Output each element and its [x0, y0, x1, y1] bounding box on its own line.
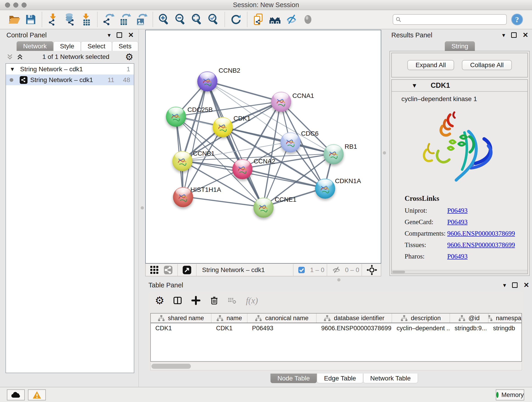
network-node-hist1h1a[interactable]: [173, 187, 193, 207]
zoom-selected-icon[interactable]: [206, 12, 221, 27]
zoom-in-icon[interactable]: [157, 12, 171, 27]
network-canvas[interactable]: CCNB2 CCNA1 CDC25B CDK1 CDC6 RB1 CCNB1 C…: [145, 30, 381, 264]
results-horizontal-scrollbar[interactable]: [392, 270, 527, 274]
left-splitter-handle[interactable]: [141, 206, 144, 210]
export-image-icon[interactable]: [134, 12, 149, 27]
table-panel-close-icon[interactable]: ✕: [524, 282, 529, 288]
save-session-icon[interactable]: [24, 12, 38, 27]
zoom-out-icon[interactable]: [173, 12, 188, 27]
crosslink-compartments-link[interactable]: 9606.ENSP00000378699: [447, 230, 515, 237]
crosslink-pharos-link[interactable]: P06493: [447, 253, 468, 260]
string-view-icon[interactable]: [164, 265, 173, 274]
collapse-all-networks-icon[interactable]: [6, 53, 13, 60]
network-node-ccna1[interactable]: [271, 92, 291, 112]
export-network-icon[interactable]: [101, 12, 116, 27]
cloud-status-button[interactable]: [7, 389, 25, 400]
table-cell[interactable]: CDK1: [211, 323, 247, 333]
collapse-all-button[interactable]: Collapse All: [462, 60, 512, 70]
tab-sets[interactable]: Sets: [112, 41, 138, 51]
open-session-icon[interactable]: [7, 12, 21, 27]
hidden-eye-icon[interactable]: [332, 266, 341, 274]
help-icon[interactable]: ?: [511, 13, 523, 26]
birdseye-view-icon[interactable]: [150, 265, 159, 274]
table-panel-collapse-icon[interactable]: ▾: [503, 282, 506, 288]
add-column-icon[interactable]: [191, 295, 201, 306]
collection-expand-icon[interactable]: ▼: [10, 66, 15, 72]
table-cell[interactable]: stringdb:9...: [450, 323, 488, 333]
delete-column-icon[interactable]: [209, 295, 219, 306]
results-panel-collapse-icon[interactable]: ▾: [502, 32, 505, 38]
network-node-ccne1[interactable]: [253, 198, 273, 218]
hide-selected-icon[interactable]: [284, 12, 298, 27]
table-panel-float-icon[interactable]: [512, 282, 518, 288]
import-network-from-database-icon[interactable]: [63, 12, 77, 27]
table-cell[interactable]: P06493: [247, 323, 317, 333]
refresh-icon[interactable]: [229, 12, 243, 27]
network-node-cdc25b[interactable]: [166, 107, 186, 127]
open-in-new-icon[interactable]: [182, 265, 191, 274]
fit-content-crosshair-icon[interactable]: [367, 265, 377, 275]
tab-string[interactable]: String: [445, 41, 475, 51]
network-row[interactable]: String Network – cdk1 11 48: [6, 75, 134, 85]
tab-style[interactable]: Style: [53, 41, 81, 51]
table-options-gear-icon[interactable]: ⚙: [155, 295, 164, 306]
crosslink-genecard-link[interactable]: P06493: [447, 218, 468, 226]
network-node-cdk1[interactable]: [213, 117, 233, 137]
column-header-description[interactable]: description: [392, 313, 450, 323]
control-panel-close-icon[interactable]: ✕: [128, 32, 134, 38]
network-node-ccnb2[interactable]: [197, 71, 217, 91]
network-node-ccnb1[interactable]: [172, 151, 192, 171]
crosslink-uniprot-link[interactable]: P06493: [447, 207, 468, 214]
network-node-ccna2[interactable]: [232, 159, 253, 179]
first-neighbors-icon[interactable]: [268, 12, 282, 27]
gene-section-header[interactable]: ▼ CDK1: [392, 80, 527, 92]
search-input[interactable]: [401, 15, 506, 24]
warning-status-button[interactable]: [28, 389, 46, 400]
network-options-gear-icon[interactable]: ⚙: [125, 52, 133, 61]
table-cell[interactable]: cyclin–dependent ...: [392, 323, 450, 333]
gene-collapse-icon[interactable]: ▼: [412, 83, 418, 89]
tab-select[interactable]: Select: [81, 41, 112, 51]
column-header-namespace[interactable]: namespace: [488, 313, 522, 323]
crosslink-tissues-link[interactable]: 9606.ENSP00000378699: [447, 241, 515, 249]
tab-network[interactable]: Network: [17, 41, 53, 51]
expand-all-networks-icon[interactable]: [17, 53, 23, 60]
memory-button[interactable]: Memory: [496, 389, 524, 400]
column-header--id[interactable]: @id: [450, 313, 488, 323]
import-network-icon[interactable]: [46, 12, 60, 27]
network-edge[interactable]: [183, 196, 263, 207]
column-header-name[interactable]: name: [211, 313, 247, 323]
column-header-canonical-name[interactable]: canonical name: [247, 313, 317, 323]
control-panel-float-icon[interactable]: [117, 32, 122, 38]
clone-network-icon[interactable]: [251, 12, 266, 27]
tab-node-table[interactable]: Node Table: [270, 374, 317, 383]
network-collection-row[interactable]: ▼ String Network – cdk1 1: [6, 64, 134, 75]
network-edge[interactable]: [207, 81, 281, 102]
results-panel-float-icon[interactable]: [511, 32, 517, 38]
network-edge[interactable]: [183, 81, 207, 196]
table-horizontal-scrollbar[interactable]: [150, 363, 522, 370]
maximize-window-button[interactable]: [22, 2, 27, 7]
export-table-icon[interactable]: [118, 12, 132, 27]
selected-checkbox-icon[interactable]: [298, 267, 305, 274]
import-table-icon[interactable]: [79, 12, 93, 27]
network-node-cdc6[interactable]: [280, 132, 301, 153]
column-header-database-identifier[interactable]: database identifier: [317, 313, 392, 323]
tab-network-table[interactable]: Network Table: [363, 374, 418, 383]
minimize-window-button[interactable]: [13, 2, 18, 7]
column-header-shared-name[interactable]: shared name: [151, 313, 211, 323]
zoom-fit-icon[interactable]: [190, 12, 204, 27]
show-columns-icon[interactable]: [172, 295, 183, 306]
table-cell[interactable]: 9606.ENSP00000378699: [317, 323, 392, 333]
right-splitter-handle[interactable]: [383, 151, 386, 154]
table-cell[interactable]: stringdb: [488, 323, 522, 333]
table-row[interactable]: CDK1CDK1P064939606.ENSP00000378699cyclin…: [151, 323, 521, 333]
tab-edge-table[interactable]: Edge Table: [317, 374, 363, 383]
network-node-cdkn1a[interactable]: [315, 179, 335, 199]
table-cell[interactable]: CDK1: [151, 323, 211, 333]
control-panel-collapse-icon[interactable]: ▾: [108, 32, 111, 38]
network-node-rb1[interactable]: [323, 144, 344, 164]
expand-all-button[interactable]: Expand All: [407, 60, 454, 70]
close-window-button[interactable]: [5, 2, 10, 7]
results-panel-close-icon[interactable]: ✕: [523, 32, 528, 38]
